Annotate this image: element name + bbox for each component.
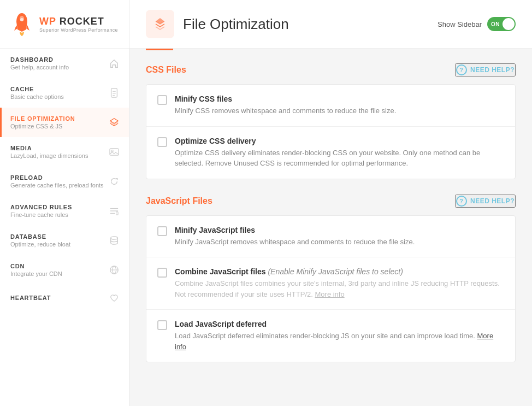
logo-title: WP ROCKET — [39, 16, 118, 27]
toggle-knob — [503, 18, 515, 30]
sidebar-item-heartbeat-title: HEARTBEAT — [10, 295, 104, 301]
js-need-help-icon: ? — [456, 196, 467, 207]
globe-icon — [108, 264, 120, 276]
sidebar-item-cdn-subtitle: Integrate your CDN — [10, 270, 104, 277]
sidebar-item-database[interactable]: DATABASE Optimize, reduce bloat — [0, 226, 129, 255]
toggle-switch[interactable]: ON — [487, 17, 516, 31]
logo-area: WP ROCKET Superior WordPress Performance — [0, 0, 129, 49]
minify-js-desc: Minify JavaScript removes whitespace and… — [175, 237, 415, 248]
page-header: File Optimization — [146, 10, 289, 38]
combine-js-checkbox[interactable] — [157, 268, 167, 278]
js-option-row-minify: Minify JavaScript files Minify JavaScrip… — [146, 216, 515, 258]
optimize-css-delivery-checkbox[interactable] — [157, 137, 167, 147]
sidebar-toggle[interactable]: Show Sidebar ON — [438, 17, 516, 31]
nav-items: DASHBOARD Get help, account info CACHE B… — [0, 49, 129, 406]
sidebar-item-media[interactable]: MEDIA LazyLoad, image dimensions — [0, 137, 129, 167]
combine-js-title: Combine JavaScript files (Enable Minify … — [175, 267, 504, 276]
heart-icon — [108, 292, 120, 304]
load-js-deferred-desc: Load JavaScript deferred eliminates rend… — [175, 331, 504, 352]
css-options-card: Minify CSS files Minify CSS removes whit… — [146, 84, 516, 179]
content-area: CSS Files ? NEED HELP? Minify CSS files … — [129, 50, 532, 406]
refresh-icon — [108, 175, 120, 187]
load-js-deferred-title: Load JavaScript deferred — [175, 320, 504, 328]
js-need-help-button[interactable]: ? NEED HELP? — [455, 195, 516, 208]
sidebar-item-file-optimization[interactable]: FILE OPTIMIZATION Optimize CSS & JS — [0, 108, 129, 137]
logo-subtitle: Superior WordPress Performance — [39, 27, 118, 33]
css-files-section: CSS Files ? NEED HELP? Minify CSS files … — [146, 63, 516, 179]
sidebar-item-cdn-title: CDN — [10, 263, 104, 269]
sidebar-item-advanced-rules[interactable]: ADVANCED RULES Fine-tune cache rules — [0, 196, 129, 226]
sidebar-item-preload-title: PRELOAD — [10, 174, 104, 181]
sidebar-item-advanced-rules-title: ADVANCED RULES — [10, 204, 104, 210]
css-option-row-optimize-delivery: Optimize CSS delivery Optimize CSS deliv… — [146, 127, 515, 179]
sidebar-item-database-title: DATABASE — [10, 233, 104, 240]
optimize-css-delivery-content: Optimize CSS delivery Optimize CSS deliv… — [175, 137, 504, 169]
house-icon — [108, 57, 120, 69]
load-js-deferred-content: Load JavaScript deferred Load JavaScript… — [175, 320, 504, 352]
sidebar: WP ROCKET Superior WordPress Performance… — [0, 0, 129, 406]
js-option-row-deferred: Load JavaScript deferred Load JavaScript… — [146, 310, 515, 362]
minify-js-content: Minify JavaScript files Minify JavaScrip… — [175, 226, 415, 248]
sidebar-item-preload[interactable]: PRELOAD Generate cache files, preload fo… — [0, 167, 129, 196]
js-section-title: JavaScript Files — [146, 196, 212, 206]
css-section-header: CSS Files ? NEED HELP? — [146, 63, 516, 77]
css-need-help-button[interactable]: ? NEED HELP? — [455, 63, 516, 77]
minify-css-content: Minify CSS files Minify CSS removes whit… — [175, 95, 396, 116]
minify-css-desc: Minify CSS removes whitespace and commen… — [175, 105, 396, 116]
doc-icon — [108, 87, 120, 99]
css-need-help-icon: ? — [456, 64, 467, 75]
js-option-row-combine: Combine JavaScript files (Enable Minify … — [146, 257, 515, 310]
sidebar-item-database-subtitle: Optimize, reduce bloat — [10, 241, 104, 248]
minify-js-checkbox[interactable] — [157, 226, 167, 236]
sidebar-item-media-subtitle: LazyLoad, image dimensions — [10, 152, 104, 159]
sidebar-toggle-label: Show Sidebar — [438, 20, 482, 28]
js-options-card: Minify JavaScript files Minify JavaScrip… — [146, 215, 516, 363]
page-icon-box — [146, 10, 174, 38]
js-files-section: JavaScript Files ? NEED HELP? Minify Jav… — [146, 195, 516, 363]
combine-js-desc: Combine JavaScript files combines your s… — [175, 278, 504, 299]
image-icon — [108, 146, 120, 158]
combine-js-title-note: (Enable Minify JavaScript files to selec… — [268, 267, 403, 276]
combine-js-content: Combine JavaScript files (Enable Minify … — [175, 267, 504, 299]
svg-point-3 — [20, 18, 23, 21]
toggle-on-text: ON — [491, 21, 500, 27]
sidebar-item-cache[interactable]: CACHE Basic cache options — [0, 78, 129, 108]
list-icon — [108, 205, 120, 217]
js-need-help-label: NEED HELP? — [470, 197, 515, 205]
svg-rect-13 — [116, 212, 119, 215]
logo-text: WP ROCKET Superior WordPress Performance — [39, 16, 118, 33]
sidebar-item-media-title: MEDIA — [10, 145, 104, 151]
top-bar: File Optimization Show Sidebar ON — [129, 0, 532, 49]
sidebar-item-dashboard[interactable]: DASHBOARD Get help, account info — [0, 49, 129, 78]
sidebar-item-dashboard-title: DASHBOARD — [10, 56, 104, 63]
sidebar-item-dashboard-subtitle: Get help, account info — [10, 64, 104, 70]
svg-rect-4 — [111, 89, 117, 97]
sidebar-item-cdn[interactable]: CDN Integrate your CDN — [0, 255, 129, 285]
minify-js-title: Minify JavaScript files — [175, 226, 415, 234]
sidebar-item-cache-title: CACHE — [10, 86, 104, 92]
svg-rect-8 — [110, 149, 119, 155]
minify-css-title: Minify CSS files — [175, 95, 396, 103]
database-icon — [108, 234, 120, 246]
combine-js-more-info-link[interactable]: More info — [315, 290, 345, 298]
sidebar-item-file-optimization-subtitle: Optimize CSS & JS — [10, 123, 104, 130]
sidebar-item-heartbeat[interactable]: HEARTBEAT — [0, 285, 129, 312]
svg-point-14 — [111, 237, 118, 239]
sidebar-item-advanced-rules-subtitle: Fine-tune cache rules — [10, 211, 104, 218]
page-title: File Optimization — [183, 16, 289, 33]
layers-icon — [108, 116, 120, 128]
sidebar-item-cache-subtitle: Basic cache options — [10, 93, 104, 100]
file-optimization-icon — [152, 16, 168, 32]
minify-css-checkbox[interactable] — [157, 95, 167, 105]
wp-rocket-logo-icon — [9, 10, 35, 38]
sidebar-item-file-optimization-title: FILE OPTIMIZATION — [10, 115, 104, 122]
load-js-deferred-checkbox[interactable] — [157, 320, 167, 330]
optimize-css-delivery-title: Optimize CSS delivery — [175, 137, 504, 145]
js-section-header: JavaScript Files ? NEED HELP? — [146, 195, 516, 208]
css-need-help-label: NEED HELP? — [470, 66, 515, 74]
css-option-row-minify: Minify CSS files Minify CSS removes whit… — [146, 85, 515, 127]
sidebar-item-preload-subtitle: Generate cache files, preload fonts — [10, 182, 104, 189]
optimize-css-delivery-desc: Optimize CSS delivery eliminates render-… — [175, 148, 504, 169]
css-section-title: CSS Files — [146, 65, 186, 75]
main-content: File Optimization Show Sidebar ON CSS Fi… — [129, 0, 532, 406]
